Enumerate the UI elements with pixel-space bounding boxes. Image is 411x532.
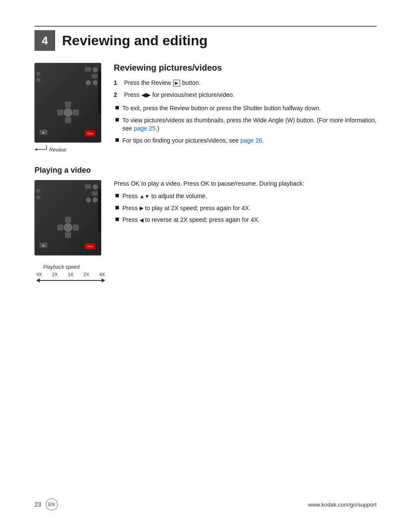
step2-num: 2	[114, 91, 121, 100]
video-bullet-3: Press ◀ to reverse at 2X speed; press ag…	[114, 216, 377, 224]
chapter-number: 4	[34, 30, 55, 51]
left-arrow-icon: ◀	[140, 217, 143, 224]
link-page25[interactable]: page 25	[134, 125, 156, 132]
bullet-icon-2	[115, 118, 119, 121]
bullet-1: To exit, press the Review button or pres…	[114, 104, 377, 113]
speed-4x-left: 4X	[36, 272, 42, 277]
page-footer: 23 EN www.kodak.com/go/support	[34, 498, 377, 510]
section1-image-col: ▶ Share Review	[34, 63, 103, 153]
speed-4x-right: 4X	[100, 272, 105, 277]
speed-labels: 4X 2X 1X 2X 4X	[36, 272, 105, 277]
video-bullet-icon-2	[115, 206, 119, 209]
chapter-header: 4 Reviewing and editing	[34, 26, 377, 51]
up-down-arrow-icon: ▲▼	[140, 193, 150, 200]
link-page26[interactable]: page 26	[240, 137, 262, 144]
section1-bullets: To exit, press the Review button or pres…	[114, 104, 377, 145]
video-bullet-icon-3	[115, 218, 119, 221]
en-badge: EN	[46, 498, 58, 510]
bullet-icon-1	[115, 106, 119, 109]
speed-arrow-row	[36, 278, 105, 283]
section-playing-video: Playing a video	[34, 166, 377, 283]
section-reviewing: ▶ Share Review	[34, 63, 377, 153]
step-2: 2 Press ◀▶ for previous/next picture/vid…	[114, 91, 377, 100]
footer-left: 23 EN	[34, 498, 58, 510]
section2-bullets: Press ▲▼ to adjust the volume. Press ▶ t…	[114, 192, 377, 224]
bullet1-text: To exit, press the Review button or pres…	[122, 104, 321, 113]
step1-text: Press the Review ▶ button.	[124, 79, 201, 87]
step-1: 1 Press the Review ▶ button.	[114, 79, 377, 87]
right-arrow-icon: ▶	[140, 205, 143, 212]
camera-image-video: ▶ Share	[34, 180, 101, 255]
step1-num: 1	[114, 79, 121, 87]
video-bullet-2: Press ▶ to play at 2X speed; press again…	[114, 204, 377, 213]
svg-marker-2	[34, 148, 37, 151]
bullet-2: To view pictures/videos as thumbnails, p…	[114, 116, 377, 133]
bullet2-text: To view pictures/videos as thumbnails, p…	[122, 116, 377, 133]
bullet-icon-3	[115, 138, 119, 142]
section1-title: Reviewing pictures/videos	[114, 63, 377, 73]
playback-speed-diagram: Playback speed 4X 2X 1X 2X 4X	[34, 264, 103, 283]
video-intro-text: Press OK to play a video. Press OK to pa…	[114, 180, 304, 187]
video-bullet-icon-1	[115, 194, 119, 197]
playback-speed-label: Playback speed	[43, 264, 80, 270]
video-bullet-1: Press ▲▼ to adjust the volume.	[114, 192, 377, 201]
step2-text: Press ◀▶ for previous/next picture/video…	[124, 91, 234, 100]
video-text-col: Press OK to play a video. Press OK to pa…	[114, 180, 377, 283]
camera-image-review: ▶ Share	[34, 63, 101, 143]
bullet3-text: For tips on finding your pictures/videos…	[122, 137, 264, 145]
video-bullet3-text: Press ◀ to reverse at 2X speed; press ag…	[122, 216, 260, 224]
review-callout: Review	[34, 144, 103, 153]
callout-arrow-icon	[34, 144, 47, 153]
bullet-3: For tips on finding your pictures/videos…	[114, 137, 377, 145]
review-caption: Review	[49, 147, 66, 153]
page-container: 4 Reviewing and editing	[0, 0, 411, 532]
speed-2x-left: 2X	[52, 272, 58, 277]
video-intro: Press OK to play a video. Press OK to pa…	[114, 180, 377, 187]
speed-1x: 1X	[68, 272, 73, 277]
video-content: ▶ Share Playback speed 4X 2X 1X	[34, 180, 377, 283]
section1-text-col: Reviewing pictures/videos 1 Press the Re…	[114, 63, 377, 153]
section2-title: Playing a video	[34, 166, 377, 175]
video-bullet2-text: Press ▶ to play at 2X speed; press again…	[122, 204, 251, 213]
footer-url: www.kodak.com/go/support	[308, 501, 377, 508]
review-icon: ▶	[173, 80, 180, 87]
video-bullet1-text: Press ▲▼ to adjust the volume.	[122, 192, 207, 201]
review-button-indicator: ▶	[40, 130, 47, 135]
chapter-title: Reviewing and editing	[62, 33, 208, 49]
review-button-indicator-2: ▶	[40, 243, 47, 248]
steps-list: 1 Press the Review ▶ button. 2 Press ◀▶ …	[114, 79, 377, 99]
page-number: 23	[34, 501, 41, 508]
video-image-col: ▶ Share Playback speed 4X 2X 1X	[34, 180, 103, 283]
speed-2x-right: 2X	[84, 272, 89, 277]
